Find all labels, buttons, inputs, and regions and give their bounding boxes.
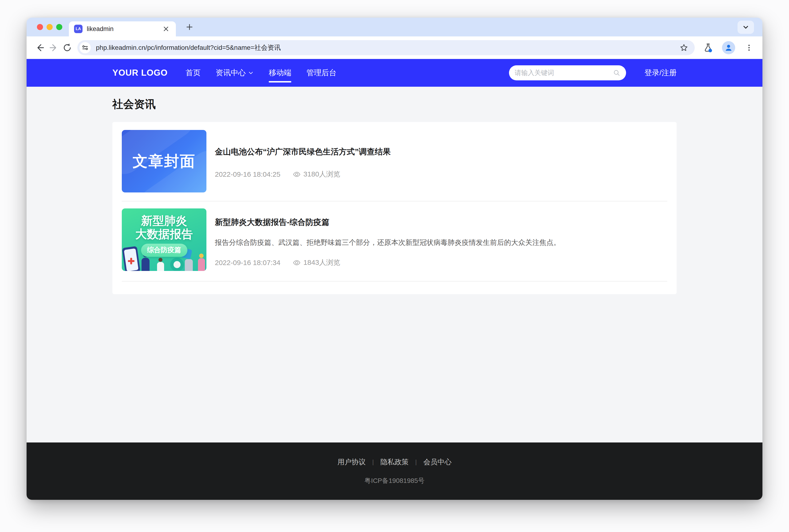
menu-item-news-center[interactable]: 资讯中心 [215,59,254,87]
main-menu: 首页 资讯中心 移动端 管理后台 [186,59,336,87]
site-logo[interactable]: YOUR LOGO [112,68,168,78]
minimize-window-button[interactable] [46,24,53,30]
page-content: 社会资讯 文章封面 金山电池公布“沪广深市民绿色生活方式”调查结果 2022-0… [26,87,763,442]
profile-avatar-icon[interactable] [722,41,735,54]
article-views: 3180人浏览 [293,169,340,179]
url-text[interactable]: php.likeadmin.cn/pc/information/default?… [96,43,281,52]
reload-icon[interactable] [60,41,74,55]
site-footer: 用户协议 | 隐私政策 | 会员中心 粤ICP备19081985号 [26,442,763,500]
maximize-window-button[interactable] [56,24,62,30]
article-views: 1843人浏览 [293,258,340,267]
new-tab-button[interactable] [183,21,195,33]
eye-icon [293,259,301,267]
article-list-card: 文章封面 金山电池公布“沪广深市民绿色生活方式”调查结果 2022-09-16 … [112,122,677,294]
search-input[interactable] [515,69,613,77]
close-window-button[interactable] [37,24,43,30]
browser-window: LA likeadmin [26,18,763,500]
eye-icon [293,170,301,178]
article-title[interactable]: 新型肺炎大数据报告-综合防疫篇 [215,217,667,228]
icp-record-number: 粤ICP备19081985号 [364,476,424,485]
footer-link-member-center[interactable]: 会员中心 [424,457,452,467]
article-row-2[interactable]: 新型肺炎 大数据报告 综合防疫篇 新型肺炎大数据报告-综合防疫篇 报告分综合防疫… [122,208,667,271]
browser-toolbar: php.likeadmin.cn/pc/information/default?… [26,36,763,59]
article-title[interactable]: 金山电池公布“沪广深市民绿色生活方式”调查结果 [215,146,667,157]
site-navbar: YOUR LOGO 首页 资讯中心 移动端 管理后台 [26,59,763,87]
tab-strip: LA likeadmin [26,18,763,36]
footer-separator: | [415,458,417,466]
menu-item-home[interactable]: 首页 [186,59,201,87]
chevron-down-icon [248,70,254,76]
active-menu-underline [269,81,291,82]
footer-links: 用户协议 | 隐私政策 | 会员中心 [337,457,452,467]
page-title: 社会资讯 [112,97,677,112]
article-meta: 2022-09-16 18:07:34 1843人浏览 [215,258,667,267]
thumbnail-headline-1: 新型肺炎 [122,214,206,227]
thumbnail-cover-text: 文章封面 [133,151,195,172]
thumbnail-badge: 综合防疫篇 [141,244,187,257]
experiments-flask-icon[interactable] [701,41,715,55]
article-1-thumbnail[interactable]: 文章封面 [122,130,206,192]
thumbnail-headline-2: 大数据报告 [122,227,206,241]
footer-link-privacy-policy[interactable]: 隐私政策 [380,457,409,467]
tab-search-chevron-button[interactable] [737,21,754,34]
toolbar-right-icons [701,41,756,55]
back-icon[interactable] [33,41,47,55]
article-description: 报告分综合防疫篇、武汉篇、拒绝野味篇三个部分，还原本次新型冠状病毒肺炎疫情发生前… [215,238,667,247]
article-date: 2022-09-16 18:07:34 [215,259,280,267]
divider [122,201,667,202]
window-controls [37,24,62,30]
address-bar[interactable]: php.likeadmin.cn/pc/information/default?… [77,40,695,55]
tab-title: likeadmin [87,25,114,33]
footer-separator: | [372,458,374,466]
forward-icon[interactable] [47,41,60,55]
tab-favicon: LA [74,25,82,33]
article-meta: 2022-09-16 18:04:25 3180人浏览 [215,169,667,179]
menu-item-mobile[interactable]: 移动端 [269,59,291,87]
bookmark-star-icon[interactable] [678,42,690,54]
login-register-link[interactable]: 登录/注册 [644,68,677,78]
article-2-thumbnail[interactable]: 新型肺炎 大数据报告 综合防疫篇 [122,208,206,271]
search-box[interactable] [509,65,626,80]
search-icon[interactable] [613,69,620,77]
menu-item-admin[interactable]: 管理后台 [306,59,336,87]
footer-link-user-agreement[interactable]: 用户协议 [337,457,365,467]
tab-close-icon[interactable] [161,24,171,34]
browser-tab[interactable]: LA likeadmin [69,21,176,36]
article-date: 2022-09-16 18:04:25 [215,170,280,178]
article-row-1[interactable]: 文章封面 金山电池公布“沪广深市民绿色生活方式”调查结果 2022-09-16 … [122,130,667,192]
site-settings-icon[interactable] [79,42,91,53]
browser-menu-icon[interactable] [742,41,756,55]
divider [122,281,667,282]
